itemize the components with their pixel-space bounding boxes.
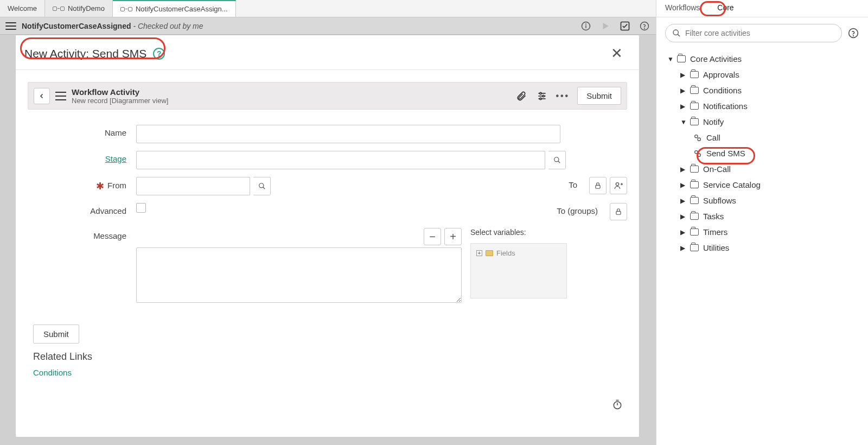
modal-title: New Activity: Send SMS	[24, 47, 146, 60]
label-stage[interactable]: Stage	[28, 151, 136, 163]
label-name: Name	[28, 125, 136, 137]
tree-item-approvals[interactable]: ▶Approvals	[667, 67, 863, 82]
label-to: To	[521, 177, 586, 189]
svg-point-10	[542, 95, 544, 97]
related-links-heading: Related Links	[33, 351, 627, 363]
checkbox-icon[interactable]	[619, 20, 631, 32]
folder-icon	[690, 228, 699, 236]
svg-line-25	[678, 34, 680, 36]
svg-point-14	[259, 183, 263, 188]
svg-point-27	[853, 36, 854, 36]
svg-point-28	[695, 135, 698, 137]
add-me-icon[interactable]	[610, 177, 627, 194]
variables-panel: + Fields	[470, 243, 567, 298]
tree-item-on-call[interactable]: ▶On-Call	[667, 161, 863, 177]
folder-icon	[690, 118, 699, 125]
submit-button[interactable]: Submit	[577, 87, 621, 105]
from-input[interactable]	[136, 177, 250, 195]
folder-icon	[690, 103, 699, 110]
tree-item-notifications[interactable]: ▶Notifications	[667, 98, 863, 114]
filter-input-wrapper[interactable]	[665, 24, 842, 42]
tree-item-subflows[interactable]: ▶Subflows	[667, 193, 863, 208]
attachment-icon[interactable]	[515, 90, 527, 102]
folder-icon	[690, 197, 699, 204]
minus-button[interactable]: −	[424, 228, 441, 245]
svg-line-15	[263, 187, 265, 189]
back-button[interactable]	[34, 88, 50, 104]
svg-point-9	[540, 92, 541, 94]
message-input[interactable]	[136, 247, 462, 303]
lookup-icon[interactable]	[253, 177, 271, 195]
help-icon[interactable]	[847, 27, 859, 39]
svg-point-24	[673, 30, 678, 35]
gears-icon	[693, 134, 702, 142]
folder-icon	[690, 244, 699, 251]
filter-input[interactable]	[685, 29, 835, 37]
folder-icon	[690, 71, 699, 78]
tree-item-tasks[interactable]: ▶Tasks	[667, 208, 863, 224]
expand-icon[interactable]: +	[476, 250, 482, 256]
help-icon[interactable]	[639, 20, 650, 32]
svg-point-17	[616, 183, 618, 186]
tab-label: NotifyCustomerCaseAssign...	[136, 5, 228, 13]
label-to-groups: To (groups)	[541, 203, 607, 215]
folder-icon	[690, 87, 699, 94]
help-icon[interactable]: ?	[153, 48, 165, 60]
menu-icon[interactable]	[5, 22, 16, 30]
label-message: Message	[28, 228, 136, 240]
tab-notify-customer[interactable]: NotifyCustomerCaseAssign...	[113, 0, 236, 17]
name-input[interactable]	[136, 125, 560, 143]
svg-point-11	[540, 98, 541, 99]
tab-core[interactable]: Core	[709, 0, 742, 17]
breadcrumb-title: NotifyCustomerCaseAssigned	[22, 22, 131, 30]
new-activity-modal: New Activity: Send SMS ? ✕ Workflow Acti…	[15, 35, 640, 437]
app-tabs: Welcome NotifyDemo NotifyCustomerCaseAss…	[0, 0, 656, 17]
tab-label: Welcome	[8, 4, 37, 12]
tab-workflows[interactable]: Workflows	[656, 0, 709, 17]
form-header-subtitle: New record [Diagrammer view]	[72, 97, 168, 105]
more-icon[interactable]: •••	[557, 90, 569, 102]
svg-line-13	[558, 161, 560, 163]
tree-root[interactable]: ▼Core Activities	[667, 51, 863, 67]
close-icon[interactable]: ✕	[608, 45, 626, 62]
settings-icon[interactable]	[536, 90, 548, 102]
tree-item-conditions[interactable]: ▶Conditions	[667, 82, 863, 98]
tab-welcome[interactable]: Welcome	[0, 0, 45, 17]
folder-icon	[690, 166, 699, 173]
stage-input[interactable]	[136, 151, 545, 169]
tree-item-utilities[interactable]: ▶Utilities	[667, 240, 863, 256]
workflow-icon	[120, 7, 132, 11]
folder-icon	[690, 213, 699, 220]
fields-tree-item[interactable]: + Fields	[476, 249, 561, 257]
svg-point-5	[644, 28, 645, 29]
timer-icon[interactable]	[612, 399, 623, 410]
svg-point-12	[554, 157, 558, 162]
advanced-checkbox[interactable]	[136, 203, 146, 213]
tree-item-notify[interactable]: ▼Notify	[667, 114, 863, 130]
info-icon[interactable]	[580, 20, 592, 32]
breadcrumb-suffix: - Checked out by me	[131, 22, 203, 30]
activities-tree: ▼Core Activities ▶Approvals ▶Conditions …	[656, 49, 868, 256]
label-from: ✱From	[28, 177, 136, 192]
conditions-link[interactable]: Conditions	[33, 368, 627, 377]
tab-notify-demo[interactable]: NotifyDemo	[45, 0, 113, 17]
svg-rect-16	[596, 185, 600, 188]
form-header: Workflow Activity New record [Diagrammer…	[28, 82, 627, 110]
tree-item-call[interactable]: Call	[667, 130, 863, 145]
search-icon	[672, 29, 681, 37]
tree-item-service-catalog[interactable]: ▶Service Catalog	[667, 177, 863, 193]
lookup-icon[interactable]	[548, 151, 566, 169]
fields-label: Fields	[496, 249, 515, 257]
lock-icon[interactable]	[589, 177, 607, 194]
gears-icon	[693, 149, 702, 158]
tree-item-send-sms[interactable]: Send SMS	[667, 145, 863, 161]
tree-item-timers[interactable]: ▶Timers	[667, 224, 863, 240]
play-icon[interactable]	[599, 20, 611, 32]
workflow-icon	[53, 7, 65, 11]
activities-sidebar: Workflows Core ▼Core Activities ▶Approva…	[656, 0, 868, 445]
submit-button[interactable]: Submit	[33, 325, 79, 344]
lock-icon[interactable]	[610, 203, 627, 220]
plus-button[interactable]: +	[444, 228, 462, 245]
select-variables-label: Select variables:	[470, 228, 567, 237]
form-menu-icon[interactable]	[55, 92, 66, 100]
